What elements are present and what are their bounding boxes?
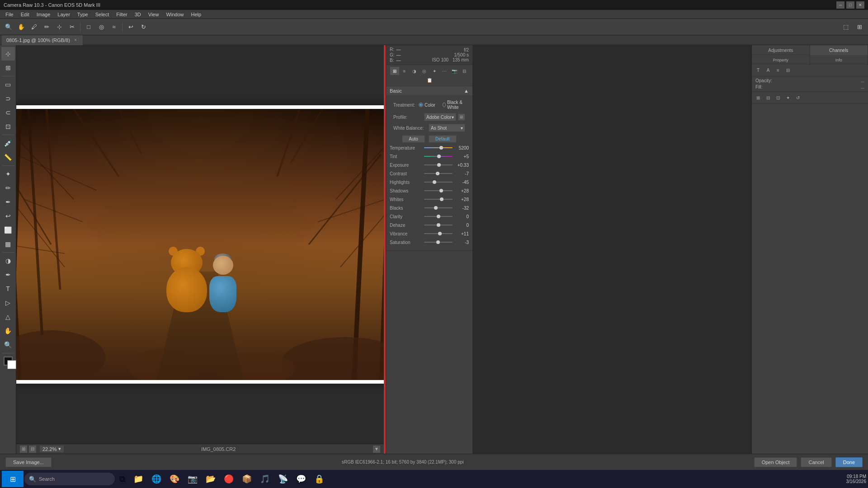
layer-tool-1[interactable]: ⊞ [754, 94, 763, 102]
adjustments-tab[interactable]: Adjustments [752, 45, 810, 55]
adj-slider-dehaze[interactable] [424, 222, 453, 228]
undo-tool[interactable]: ↩ [125, 21, 137, 33]
history-brush-tool[interactable]: ↩ [1, 209, 15, 223]
taskbar-opera[interactable]: 🔴 [220, 471, 237, 487]
rect-tool[interactable]: □ [83, 21, 94, 33]
bw-option[interactable]: Black & White [443, 100, 465, 110]
tab-close-button[interactable]: × [73, 38, 78, 43]
adj-slider-saturation[interactable] [424, 239, 453, 245]
menu-select[interactable]: Select [92, 10, 113, 19]
canvas-container[interactable] [16, 45, 384, 444]
adj-slider-shadows[interactable] [424, 188, 453, 194]
basic-section-header[interactable]: Basic ▲ [386, 86, 472, 95]
taskbar-comms[interactable]: 📡 [274, 471, 292, 487]
stamp-tool[interactable]: ✒ [1, 195, 15, 209]
adj-thumb-shadows[interactable] [439, 189, 443, 192]
view-mode-tool[interactable]: ⊞ [854, 21, 865, 33]
cr-snapshot-tool[interactable]: 📋 [425, 76, 434, 84]
adj-slider-highlights[interactable] [424, 179, 453, 185]
zoom-tool[interactable]: 🔍 [3, 21, 14, 33]
adj-slider-vibrance[interactable] [424, 230, 453, 237]
crop-tool[interactable]: ✂ [66, 21, 78, 33]
menu-help[interactable]: Help [188, 10, 205, 19]
task-view-button[interactable]: ⧉ [116, 471, 129, 487]
taskbar-camera[interactable]: 📷 [184, 471, 201, 487]
lasso-tool[interactable]: ≈ [108, 21, 120, 33]
wb-select[interactable]: As Shot ▾ [429, 124, 465, 132]
adj-slider-tint[interactable] [424, 153, 453, 160]
tab-image[interactable]: 0805-1.jpg @ 100% (RGB/8) × [2, 35, 83, 45]
adj-thumb-contrast[interactable] [436, 172, 439, 175]
text-tool[interactable]: T [1, 282, 15, 296]
shape-tool[interactable]: △ [1, 310, 15, 324]
taskbar-capture[interactable]: 📦 [238, 471, 255, 487]
minimize-button[interactable]: ─ [836, 1, 844, 9]
done-button[interactable]: Done [835, 457, 863, 467]
adj-thumb-exposure[interactable] [437, 163, 441, 167]
ellipse-tool[interactable]: ◎ [95, 21, 107, 33]
layer-tool-4[interactable]: ✦ [783, 94, 793, 102]
cr-fx-tool[interactable]: ✦ [430, 67, 439, 75]
auto-button[interactable]: Auto [402, 135, 425, 143]
menu-edit[interactable]: Edit [17, 10, 33, 19]
adj-thumb-whites[interactable] [440, 197, 443, 201]
adj-thumb-blacks[interactable] [434, 206, 438, 210]
screen-mode-button[interactable]: ⊟ [29, 446, 36, 453]
taskbar-skype[interactable]: 💬 [292, 471, 310, 487]
save-image-button[interactable]: Save Image... [5, 457, 52, 467]
cr-detail-tool[interactable]: ⋯ [440, 67, 449, 75]
adj-slider-blacks[interactable] [424, 205, 453, 211]
maximize-button[interactable]: □ [846, 1, 854, 9]
fit-canvas-button[interactable]: ⊞ [20, 446, 27, 453]
taskbar-files[interactable]: 📂 [202, 471, 219, 487]
taskbar-photoshop[interactable]: 🎨 [166, 471, 183, 487]
prop-tool-1[interactable]: T [754, 66, 763, 74]
foreground-color[interactable] [4, 357, 13, 366]
zoom-tool-left[interactable]: 🔍 [1, 338, 15, 352]
crop-tool-left[interactable]: ⊡ [1, 120, 15, 133]
default-button[interactable]: Default [429, 135, 457, 143]
profile-grid-button[interactable]: ⊞ [458, 113, 465, 121]
gradient-tool[interactable]: ▦ [1, 237, 15, 251]
adj-thumb-vibrance[interactable] [438, 232, 442, 235]
menu-type[interactable]: Type [74, 10, 92, 19]
bw-radio[interactable] [443, 103, 446, 107]
menu-window[interactable]: Window [162, 10, 187, 19]
marquee-tool[interactable]: ▭ [1, 78, 15, 91]
prop-tool-3[interactable]: ≡ [774, 66, 783, 74]
eraser-tool[interactable]: ⬜ [1, 223, 15, 237]
taskbar-search[interactable]: 🔍 Search [24, 473, 115, 485]
arrange-tool[interactable]: ⬚ [840, 21, 852, 33]
menu-file[interactable]: File [2, 10, 17, 19]
properties-tab[interactable]: Property [752, 55, 810, 65]
menu-image[interactable]: Image [33, 10, 54, 19]
pen-tool[interactable]: ✒ [1, 268, 15, 282]
profile-select[interactable]: Adobe Color ▾ [424, 113, 456, 121]
adj-thumb-saturation[interactable] [436, 240, 440, 244]
menu-view[interactable]: View [145, 10, 163, 19]
healing-tool[interactable]: ✦ [1, 167, 15, 181]
layer-tool-5[interactable]: ↺ [793, 94, 802, 102]
adj-slider-temperature[interactable] [424, 145, 453, 151]
adj-slider-whites[interactable] [424, 196, 453, 202]
menu-3d[interactable]: 3D [131, 10, 145, 19]
taskbar-music[interactable]: 🎵 [256, 471, 274, 487]
brush-tool[interactable]: 🖊 [28, 21, 40, 33]
start-button[interactable]: ⊞ [2, 471, 24, 487]
cr-lens-tool[interactable]: ◎ [420, 67, 429, 75]
adj-slider-exposure[interactable] [424, 162, 453, 168]
lasso-tool-left[interactable]: ⊃ [1, 92, 15, 105]
channels-tab[interactable]: Channels [810, 45, 868, 55]
quick-select-tool[interactable]: ⊂ [1, 106, 15, 119]
transform-tool[interactable]: ⊹ [53, 21, 65, 33]
zoom-control[interactable]: 22.2% ▾ [40, 446, 64, 452]
color-option[interactable]: Color [419, 103, 435, 108]
cr-tone-tool[interactable]: ◑ [410, 67, 419, 75]
adj-thumb-tint[interactable] [437, 155, 441, 158]
background-color[interactable] [7, 360, 16, 369]
hand-tool-left[interactable]: ✋ [1, 324, 15, 338]
adj-thumb-dehaze[interactable] [437, 223, 440, 227]
cr-basic-tool[interactable]: ⊞ [390, 67, 399, 75]
prop-tool-4[interactable]: ⊟ [783, 66, 793, 74]
path-tool[interactable]: ▷ [1, 296, 15, 310]
